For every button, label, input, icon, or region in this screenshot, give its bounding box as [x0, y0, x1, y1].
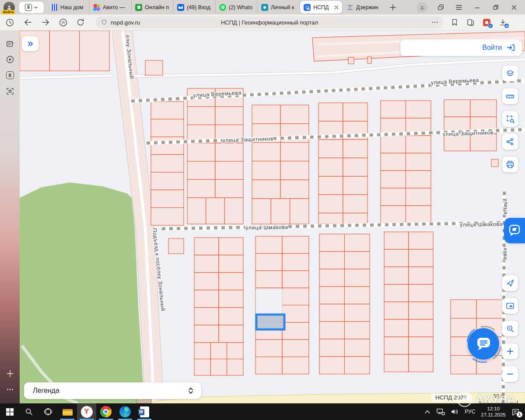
- cadastral-parcel[interactable]: [282, 305, 309, 322]
- browser-tab[interactable]: Наш дом: [47, 0, 89, 14]
- cadastral-parcel[interactable]: [348, 57, 354, 64]
- cadastral-parcel[interactable]: [384, 284, 409, 302]
- cadastral-parcel[interactable]: [219, 273, 243, 290]
- taskbar-chrome-button[interactable]: [96, 403, 116, 420]
- cadastral-parcel[interactable]: [381, 206, 406, 223]
- cadastral-parcel[interactable]: [194, 359, 210, 376]
- cadastral-parcel[interactable]: [151, 208, 184, 225]
- cadastral-parcel[interactable]: [215, 179, 243, 198]
- print-button[interactable]: [502, 157, 518, 172]
- map-canvas[interactable]: улица Веремьеваулица Веремьеваулица Защи…: [20, 31, 525, 403]
- cadastral-parcel[interactable]: [252, 105, 280, 124]
- cadastral-parcel[interactable]: [194, 255, 219, 273]
- layers-button[interactable]: [502, 66, 518, 81]
- orient-north-button[interactable]: [502, 275, 518, 291]
- tray-expand-button[interactable]: [424, 410, 430, 414]
- cadastral-parcel[interactable]: [476, 300, 502, 318]
- cadastral-parcel[interactable]: [409, 232, 433, 249]
- cadastral-parcel[interactable]: [194, 325, 219, 343]
- cadastral-parcel[interactable]: [343, 140, 368, 158]
- cadastral-parcel[interactable]: [409, 249, 433, 267]
- cadastral-parcel[interactable]: [451, 300, 476, 318]
- cadastral-parcel[interactable]: [252, 199, 271, 224]
- chat-widget[interactable]: [462, 323, 505, 366]
- cadastral-parcel[interactable]: [187, 198, 206, 224]
- cadastral-parcel[interactable]: [206, 198, 225, 224]
- browser-profile-avatar[interactable]: Войти: [4, 2, 15, 13]
- cadastral-parcel[interactable]: [280, 180, 309, 199]
- cadastral-parcel[interactable]: [381, 101, 406, 118]
- cadastral-parcel[interactable]: [345, 357, 370, 374]
- tab-close-icon[interactable]: [334, 5, 339, 10]
- cadastral-parcel[interactable]: [406, 171, 431, 188]
- cadastral-parcel[interactable]: [409, 267, 433, 284]
- cadastral-parcel[interactable]: [252, 161, 280, 180]
- cadastral-parcel[interactable]: [319, 269, 345, 287]
- downloads-button[interactable]: 4: [495, 15, 511, 30]
- task-view-button[interactable]: [38, 403, 58, 420]
- cadastral-parcel[interactable]: [215, 161, 243, 180]
- cadastral-parcel[interactable]: [318, 158, 343, 176]
- cadastral-parcel[interactable]: [256, 340, 282, 357]
- cadastral-parcel[interactable]: [215, 143, 243, 161]
- minimap-button[interactable]: [502, 298, 518, 314]
- history-button[interactable]: [0, 15, 19, 30]
- cadastral-parcel[interactable]: [345, 287, 370, 304]
- browser-tab[interactable]: Онлайн п: [131, 0, 173, 14]
- measure-button[interactable]: [502, 88, 518, 104]
- cadastral-parcel[interactable]: [409, 302, 433, 319]
- cadastral-parcel[interactable]: [345, 269, 370, 287]
- cadastral-parcel[interactable]: [318, 140, 343, 158]
- cadastral-parcel[interactable]: [187, 179, 215, 198]
- language-indicator[interactable]: РУС: [465, 409, 475, 415]
- cadastral-parcel[interactable]: [343, 176, 368, 195]
- volume-tray-icon[interactable]: [451, 408, 459, 415]
- browser-user-button[interactable]: [413, 0, 431, 14]
- cadastral-parcel[interactable]: [151, 190, 184, 207]
- cadastral-parcel[interactable]: [345, 234, 370, 252]
- cadastral-parcel[interactable]: [187, 161, 215, 180]
- sidebar-more-button[interactable]: [0, 382, 20, 397]
- browser-tab[interactable]: НСПД: [300, 1, 342, 14]
- cadastral-parcel[interactable]: [224, 198, 243, 224]
- taskbar-word-button[interactable]: W: [135, 403, 154, 420]
- cadastral-parcel[interactable]: [219, 238, 243, 255]
- cadastral-parcel[interactable]: [219, 255, 243, 273]
- cadastral-parcel[interactable]: [151, 102, 184, 119]
- cadastral-parcel[interactable]: [282, 340, 309, 357]
- cadastral-map[interactable]: улица Веремьеваулица Веремьеваулица Защи…: [20, 31, 525, 403]
- cadastral-parcel[interactable]: [256, 357, 282, 374]
- cadastral-parcel[interactable]: [319, 322, 345, 339]
- window-minimize-button[interactable]: [468, 0, 486, 14]
- cadastral-parcel[interactable]: [319, 252, 345, 269]
- new-tab-button[interactable]: [387, 1, 399, 14]
- cadastral-parcel[interactable]: [381, 188, 406, 206]
- cadastral-parcel[interactable]: [194, 273, 219, 290]
- browser-tab[interactable]: (49) Вход: [173, 0, 215, 14]
- cadastral-parcel[interactable]: [381, 153, 406, 171]
- cadastral-parcel[interactable]: [345, 304, 370, 322]
- cadastral-parcel[interactable]: [168, 238, 184, 254]
- cadastral-parcel[interactable]: [384, 302, 409, 319]
- sidebar-tabs-button[interactable]: 8: [0, 67, 20, 83]
- cadastral-parcel[interactable]: [368, 57, 371, 63]
- cadastral-parcel[interactable]: [345, 339, 370, 357]
- sidebar-video-button[interactable]: [0, 52, 20, 67]
- cadastral-parcel[interactable]: [282, 253, 309, 270]
- cadastral-parcel[interactable]: [282, 357, 309, 374]
- cadastral-parcel[interactable]: [406, 188, 431, 206]
- cadastral-parcel[interactable]: [384, 319, 409, 337]
- start-button[interactable]: [0, 403, 19, 420]
- cadastral-parcel[interactable]: [227, 359, 243, 376]
- taskbar-clock[interactable]: 12:10 27.11.2025: [481, 406, 506, 418]
- cadastral-parcel[interactable]: [252, 180, 280, 199]
- cadastral-parcel[interactable]: [282, 288, 309, 305]
- cadastral-parcel[interactable]: [381, 171, 406, 188]
- cadastral-parcel[interactable]: [384, 337, 409, 354]
- cadastral-parcel[interactable]: [409, 319, 433, 337]
- legend-panel[interactable]: Легенда: [24, 382, 201, 399]
- cadastral-parcel[interactable]: [384, 232, 409, 249]
- cadastral-parcel[interactable]: [256, 236, 282, 253]
- cadastral-parcel[interactable]: [406, 206, 431, 223]
- share-button[interactable]: [502, 134, 518, 150]
